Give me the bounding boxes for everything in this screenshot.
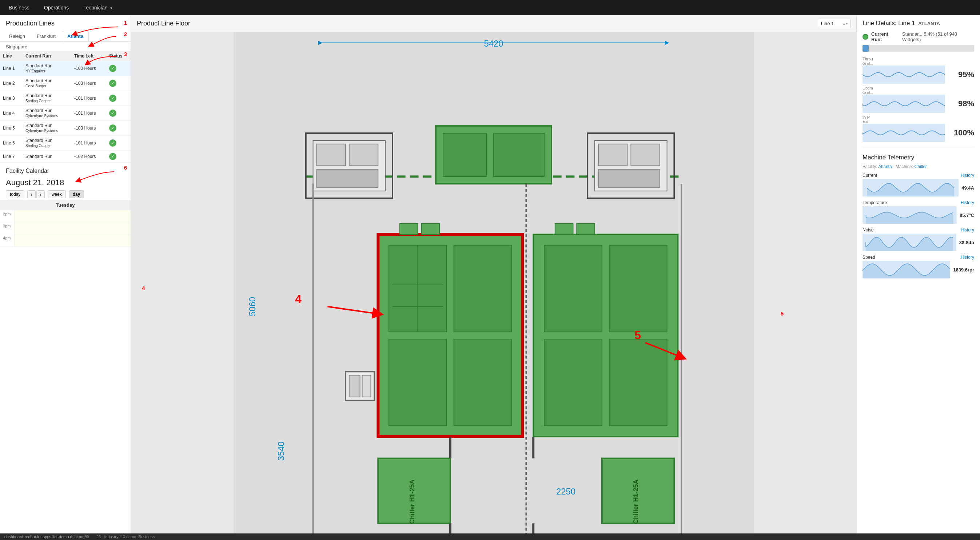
telemetry-label: Noise [862, 228, 874, 233]
tab-raleigh[interactable]: Raleigh [4, 31, 30, 41]
today-button[interactable]: today [6, 190, 24, 198]
metric-item: % P100 100% [862, 115, 974, 142]
metric-row: 98% [862, 95, 974, 113]
cell-status: ✓ [106, 91, 130, 106]
table-row[interactable]: Line 4 Standard RunCyberdyne Systems -10… [0, 106, 130, 121]
telemetry-value: 1639.6rpr [953, 267, 974, 272]
svg-rect-19 [598, 169, 660, 187]
week-button[interactable]: week [48, 190, 66, 198]
tab-frankfurt[interactable]: Frankfurt [31, 31, 61, 41]
svg-rect-35 [555, 223, 573, 234]
left-panel: 1 Production Lines 2 Raleigh Frankfurt A… [0, 15, 131, 540]
metric-row: 95% [862, 65, 974, 84]
metric-value: 98% [945, 99, 974, 108]
facility-calendar-title: Facility Calendar [0, 162, 130, 177]
svg-rect-24 [454, 339, 512, 426]
footer: dashboard-redhat-iot.apps.iiot-demo.rhio… [0, 534, 980, 540]
telemetry-history-link[interactable]: History [961, 255, 974, 260]
svg-rect-47 [362, 375, 371, 397]
telemetry-row: Temperature History 85.7°C [862, 200, 974, 224]
cell-line: Line 1 [0, 61, 22, 76]
svg-rect-14 [494, 133, 544, 177]
svg-rect-32 [609, 339, 667, 426]
table-row[interactable]: Line 7 Standard Run -102 Hours ✓ [0, 151, 130, 162]
next-button[interactable]: › [37, 190, 45, 198]
center-panel: Product Line Floor Line 1Line 2Line 3Lin… [131, 15, 856, 540]
telemetry-chart [862, 179, 959, 196]
telemetry-machine-value: Chiller [915, 164, 927, 169]
metrics-section: Throu95 of... 95% Uptim98 of... 98% % P1… [862, 57, 974, 142]
table-row[interactable]: Line 3 Standard RunSterling Cooper -101 … [0, 91, 130, 106]
time-slot: 4pm [0, 234, 130, 246]
floor-plan[interactable]: 4 5 5420 5060 2250 3540 [131, 32, 856, 538]
metric-value: 95% [945, 70, 974, 79]
svg-rect-11 [317, 169, 378, 187]
cell-line: Line 6 [0, 136, 22, 151]
calendar-controls: today ‹ › week day [0, 189, 130, 200]
status-icon: ✓ [109, 124, 116, 132]
cell-time: -101 Hours [71, 91, 106, 106]
table-row[interactable]: Line 1 Standard RunNY Enquirer -100 Hour… [0, 61, 130, 76]
telemetry-row: Speed History 1639.6rpr [862, 255, 974, 278]
day-button[interactable]: day [69, 190, 84, 198]
production-lines-title: Production Lines [0, 20, 130, 31]
svg-rect-9 [317, 144, 345, 166]
table-row[interactable]: Line 2 Standard RunGood Burger -103 Hour… [0, 76, 130, 91]
cell-status: ✓ [106, 151, 130, 162]
nav-business[interactable]: Business [6, 3, 32, 12]
col-current-run: Current Run [22, 51, 71, 61]
floor-plan-svg: 5420 5060 2250 3540 [131, 32, 856, 538]
cell-run: Standard RunGood Burger [22, 76, 71, 91]
svg-text:Chiller H1-25A: Chiller H1-25A [409, 479, 416, 524]
cell-run: Standard Run [22, 151, 71, 162]
telemetry-history-link[interactable]: History [961, 228, 974, 233]
slot-content [14, 222, 130, 234]
svg-rect-34 [421, 223, 439, 234]
metric-label: % P100 [862, 115, 974, 124]
svg-rect-46 [349, 375, 360, 397]
metric-chart [862, 65, 945, 84]
line-select[interactable]: Line 1Line 2Line 3Line 4Line 5Line 6Line… [818, 19, 851, 28]
table-row[interactable]: Line 6 Standard RunSterling Cooper -101 … [0, 136, 130, 151]
cell-time: -101 Hours [71, 136, 106, 151]
telemetry-chart [862, 206, 957, 224]
metric-item: Throu95 of... 95% [862, 57, 974, 84]
tab-singapore-row: Singapore [0, 42, 130, 51]
tab-singapore[interactable]: Singapore [6, 44, 27, 49]
facility-calendar: 6 Facility Calendar August 21, 2018 toda… [0, 162, 130, 246]
calendar-slots: 2pm 3pm 4pm [0, 210, 130, 246]
prev-button[interactable]: ‹ [27, 190, 36, 198]
nav-operations[interactable]: Operations [41, 3, 72, 12]
metric-label: Throu95 of... [862, 57, 974, 65]
telemetry-history-link[interactable]: History [961, 173, 974, 178]
telemetry-facility: Facility: Atlanta Machine: Chiller [862, 164, 974, 169]
time-label: 2pm [0, 210, 14, 222]
production-lines-table: Line Current Run Time Left Status Line 1… [0, 51, 130, 162]
main-layout: 1 Production Lines 2 Raleigh Frankfurt A… [0, 15, 980, 540]
time-label: 4pm [0, 234, 14, 246]
cell-time: -103 Hours [71, 76, 106, 91]
svg-text:Chiller H1-25A: Chiller H1-25A [632, 479, 640, 524]
telemetry-chart [862, 261, 950, 278]
telemetry-label: Temperature [862, 200, 887, 205]
cell-status: ✓ [106, 76, 130, 91]
svg-rect-30 [609, 245, 667, 332]
progress-fill [862, 45, 869, 52]
telemetry-facility-value: Atlanta [878, 164, 892, 169]
telemetry-history-link[interactable]: History [961, 200, 974, 205]
cell-status: ✓ [106, 106, 130, 121]
table-row[interactable]: Line 5 Standard RunCyberdyne Systems -10… [0, 121, 130, 136]
calendar-date: August 21, 2018 [0, 177, 130, 189]
location-tabs: Raleigh Frankfurt Atlanta [0, 31, 130, 42]
cell-run: Standard RunSterling Cooper [22, 136, 71, 151]
svg-text:5060: 5060 [247, 297, 257, 316]
svg-rect-31 [544, 339, 602, 426]
tab-atlanta[interactable]: Atlanta [62, 31, 89, 41]
status-icon: ✓ [109, 95, 116, 102]
metric-label: Uptim98 of... [862, 86, 974, 95]
svg-rect-23 [389, 339, 447, 426]
telemetry-row-header: Temperature History [862, 200, 974, 205]
nav-technician[interactable]: Technician ▾ [80, 3, 115, 12]
svg-rect-10 [349, 144, 378, 166]
telemetry-row-header: Current History [862, 173, 974, 178]
